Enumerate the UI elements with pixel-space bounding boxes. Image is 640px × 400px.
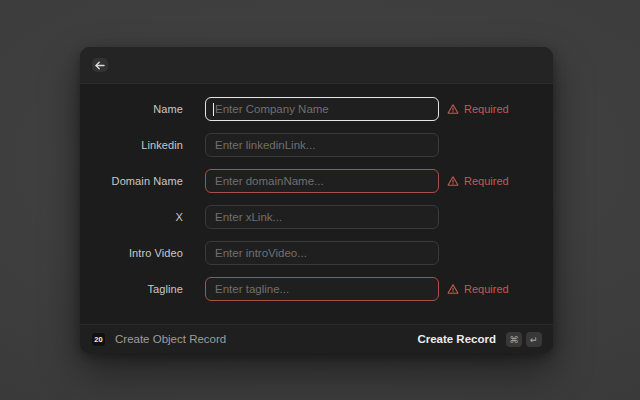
- command-title: Create Object Record: [115, 333, 226, 345]
- intro-video-field-label: Intro Video: [80, 247, 183, 259]
- enter-key-icon: ↵: [526, 332, 542, 347]
- command-key-icon: ⌘: [506, 332, 522, 347]
- domain-name-field-label: Domain Name: [80, 175, 183, 187]
- window-footer: 20 Create Object Record Create Record ⌘ …: [80, 324, 553, 353]
- x-input[interactable]: [206, 206, 438, 228]
- warning-icon: [447, 103, 459, 115]
- footer-actions: Create Record ⌘ ↵: [417, 332, 542, 347]
- linkedin-input[interactable]: [206, 134, 438, 156]
- create-record-form: Name Required Linkedin: [80, 84, 553, 324]
- tagline-field-label: Tagline: [80, 283, 183, 295]
- tagline-input-box: [205, 277, 439, 301]
- form-row-x: X: [80, 205, 553, 229]
- twenty-app-icon: 20: [91, 332, 106, 347]
- tagline-input[interactable]: [206, 278, 438, 300]
- name-input[interactable]: [206, 98, 438, 120]
- linkedin-input-box: [205, 133, 439, 157]
- intro-video-input-box: [205, 241, 439, 265]
- tagline-required-badge: Required: [447, 283, 509, 295]
- required-label: Required: [464, 175, 509, 187]
- x-input-box: [205, 205, 439, 229]
- text-cursor: [213, 103, 214, 116]
- domain-name-input-box: [205, 169, 439, 193]
- required-label: Required: [464, 103, 509, 115]
- domain-name-input[interactable]: [206, 170, 438, 192]
- form-row-name: Name Required: [80, 97, 553, 121]
- form-row-tagline: Tagline Required: [80, 277, 553, 301]
- name-input-box: [205, 97, 439, 121]
- x-field-label: X: [80, 211, 183, 223]
- linkedin-field-label: Linkedin: [80, 139, 183, 151]
- warning-icon: [447, 283, 459, 295]
- name-field-label: Name: [80, 103, 183, 115]
- form-row-domain-name: Domain Name Required: [80, 169, 553, 193]
- form-row-intro-video: Intro Video: [80, 241, 553, 265]
- window-header: [80, 47, 553, 84]
- intro-video-input[interactable]: [206, 242, 438, 264]
- form-row-linkedin: Linkedin: [80, 133, 553, 157]
- warning-icon: [447, 175, 459, 187]
- create-record-button[interactable]: Create Record: [417, 333, 496, 345]
- create-object-record-window: Name Required Linkedin: [80, 47, 553, 353]
- back-button[interactable]: [92, 58, 108, 72]
- name-required-badge: Required: [447, 103, 509, 115]
- footer-command-info: 20 Create Object Record: [91, 332, 226, 347]
- desktop-background: Name Required Linkedin: [0, 0, 640, 400]
- domain-name-required-badge: Required: [447, 175, 509, 187]
- back-arrow-icon: [95, 61, 105, 70]
- required-label: Required: [464, 283, 509, 295]
